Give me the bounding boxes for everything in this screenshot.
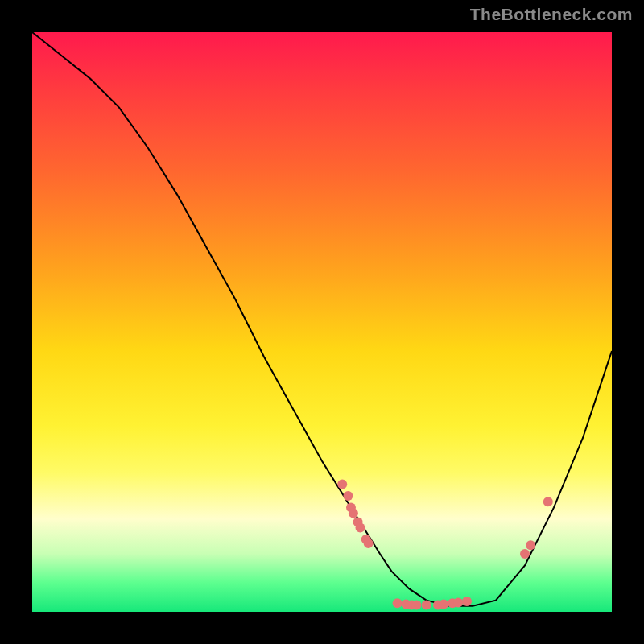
data-point [520, 549, 530, 559]
data-point [526, 540, 535, 550]
data-point [411, 600, 421, 609]
data-point [439, 600, 448, 609]
data-point [337, 480, 347, 489]
data-point [364, 539, 374, 548]
data-point [393, 598, 402, 608]
data-point [422, 600, 431, 609]
line-chart [32, 32, 612, 612]
data-point [543, 497, 553, 506]
scatter-points [337, 480, 553, 610]
data-point [356, 523, 365, 533]
plot-area [32, 32, 612, 612]
data-point [343, 491, 353, 501]
data-point [453, 598, 463, 608]
chart-stage: TheBottleneck.com [0, 0, 644, 644]
data-point [349, 509, 358, 518]
curve-line [32, 32, 612, 606]
watermark-text: TheBottleneck.com [470, 5, 633, 24]
data-point [462, 597, 472, 606]
